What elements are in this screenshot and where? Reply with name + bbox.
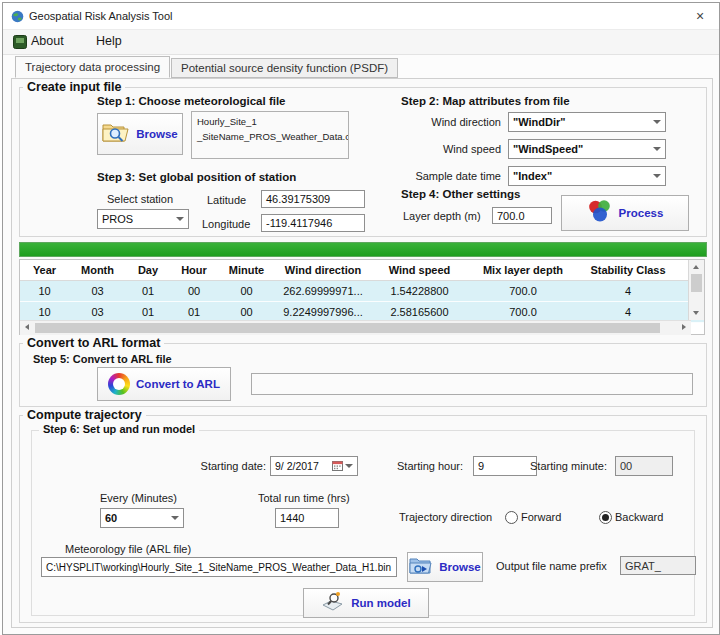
arl-progress-bar [251, 373, 693, 395]
step3-title: Step 3: Set global position of station [97, 171, 296, 183]
meteo-browse-label: Browse [136, 128, 178, 140]
cell: 10 [20, 285, 69, 297]
station-value: PROS [102, 213, 133, 225]
chevron-down-icon [171, 516, 179, 520]
cell: 01 [126, 285, 170, 297]
cell: 1.54228800 [371, 285, 468, 297]
longitude-value: -119.4117946 [266, 217, 332, 229]
layer-depth-label: Layer depth (m) [403, 210, 481, 222]
table-vertical-scrollbar[interactable] [688, 260, 704, 320]
sample-date-time-select[interactable]: "Index" [508, 166, 666, 186]
chevron-down-icon [653, 120, 661, 124]
rgb-circles-icon [587, 199, 613, 227]
longitude-field[interactable]: -119.4117946 [261, 214, 365, 232]
met-file-label: Meteorology file (ARL file) [65, 543, 191, 555]
cell: 4 [578, 306, 678, 318]
wind-speed-select[interactable]: "WindSpeed" [508, 139, 666, 159]
col-hour[interactable]: Hour [170, 264, 218, 276]
scroll-right-icon[interactable] [682, 324, 686, 330]
station-select[interactable]: PROS [97, 209, 189, 229]
weather-data-table: Year Month Day Hour Minute Wind directio… [19, 259, 705, 335]
latitude-value: 46.39175309 [266, 193, 330, 205]
scroll-left-icon[interactable] [25, 324, 29, 330]
arl-browse-label: Browse [439, 561, 481, 573]
cell: 03 [69, 306, 126, 318]
app-icon [11, 9, 24, 27]
table-row[interactable]: 10 03 01 00 00 262.69999971... 1.5422880… [20, 281, 704, 302]
every-minutes-label: Every (Minutes) [100, 492, 177, 504]
backward-label: Backward [615, 511, 663, 523]
close-icon[interactable]: × [683, 3, 717, 29]
starting-date-picker[interactable]: 9/ 2/2017 [270, 456, 358, 476]
cell: 10 [20, 306, 69, 318]
calendar-icon [332, 460, 343, 473]
starting-minute-label: Starting minute: [530, 460, 607, 472]
starting-date-value: 9/ 2/2017 [275, 460, 319, 472]
col-minute[interactable]: Minute [218, 264, 275, 276]
cell: 00 [170, 285, 218, 297]
sample-date-time-value: "Index" [513, 170, 552, 182]
starting-minute-value: 00 [620, 460, 632, 472]
col-wind-speed[interactable]: Wind speed [371, 264, 468, 276]
output-prefix-field[interactable]: GRAT_ [620, 556, 696, 575]
select-station-label: Select station [107, 193, 173, 205]
group-title-create-input: Create input file [23, 80, 125, 94]
col-year[interactable]: Year [20, 264, 69, 276]
forward-radio[interactable] [505, 511, 518, 524]
sample-date-time-label: Sample date time [386, 170, 501, 182]
total-run-time-label: Total run time (hrs) [258, 492, 350, 504]
about-icon [13, 35, 27, 53]
latitude-field[interactable]: 46.39175309 [261, 190, 365, 208]
step5-title: Step 5: Convert to ARL file [33, 353, 172, 365]
step2-title: Step 2: Map attributes from file [401, 95, 570, 107]
col-day[interactable]: Day [126, 264, 170, 276]
trajectory-direction-label: Trajectory direction [399, 511, 492, 523]
table-header-row: Year Month Day Hour Minute Wind directio… [20, 260, 704, 281]
arl-browse-button[interactable]: Browse [407, 552, 483, 582]
col-mix-layer-depth[interactable]: Mix layer depth [468, 264, 578, 276]
meteo-file-line2: _SiteName_PROS_Weather_Data.csv [197, 130, 343, 145]
convert-arl-button[interactable]: Convert to ARL [97, 367, 231, 401]
group-title-compute: Compute trajectory [23, 408, 146, 422]
every-minutes-select[interactable]: 60 [100, 508, 184, 528]
menu-item-about[interactable]: About [31, 34, 64, 48]
cell: 00 [218, 285, 275, 297]
total-run-time-field[interactable]: 1440 [275, 508, 339, 528]
forward-label: Forward [521, 511, 561, 523]
col-wind-direction[interactable]: Wind direction [275, 264, 371, 276]
horizontal-scroll-thumb[interactable] [35, 323, 660, 333]
process-progress-bar [19, 242, 707, 257]
starting-hour-value: 9 [478, 460, 484, 472]
folder-arrow-icon [409, 556, 433, 579]
step4-title: Step 4: Other settings [401, 188, 521, 200]
window-title: Geospatial Risk Analysis Tool [29, 10, 172, 22]
output-prefix-value: GRAT_ [625, 560, 661, 572]
vertical-scroll-thumb[interactable] [691, 274, 702, 292]
tab-psdf[interactable]: Potential source density function (PSDF) [171, 58, 398, 78]
meteo-browse-button[interactable]: Browse [97, 113, 183, 155]
layer-depth-field[interactable]: 700.0 [492, 207, 552, 224]
tab-trajectory-data-processing[interactable]: Trajectory data processing [15, 56, 170, 78]
run-model-label: Run model [351, 597, 410, 609]
menu-item-help[interactable]: Help [96, 34, 122, 48]
convert-arl-label: Convert to ARL [136, 378, 220, 390]
backward-radio[interactable] [599, 511, 612, 524]
met-file-field[interactable]: C:\HYSPLIT\working\Hourly_Site_1_SiteNam… [41, 557, 397, 577]
layer-depth-value: 700.0 [497, 210, 525, 222]
col-month[interactable]: Month [69, 264, 126, 276]
starting-minute-field[interactable]: 00 [615, 456, 673, 476]
wind-direction-select[interactable]: "WindDir" [508, 112, 666, 132]
process-button[interactable]: Process [561, 195, 689, 231]
scroll-up-icon[interactable] [693, 265, 699, 269]
chevron-down-icon [653, 174, 661, 178]
col-stability-class[interactable]: Stability Class [578, 264, 678, 276]
run-model-button[interactable]: Run model [303, 588, 429, 618]
table-horizontal-scrollbar[interactable] [20, 320, 691, 335]
starting-date-label: Starting date: [178, 460, 266, 472]
starting-hour-field[interactable]: 9 [473, 456, 537, 476]
cell: 700.0 [468, 306, 578, 318]
run-model-icon [321, 591, 345, 615]
scroll-down-icon[interactable] [693, 311, 699, 315]
cell: 00 [218, 306, 275, 318]
color-wheel-icon [108, 373, 130, 395]
